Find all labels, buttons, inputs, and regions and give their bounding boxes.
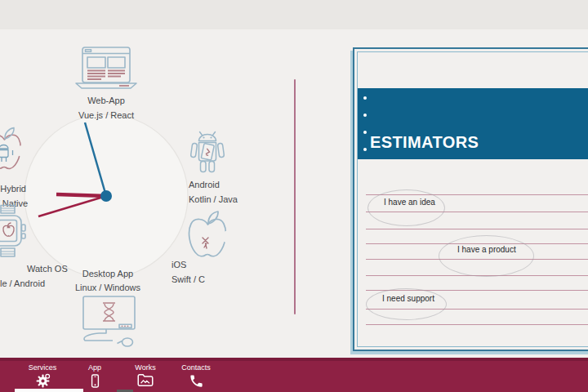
clock-center-dot bbox=[100, 190, 112, 202]
platform-desktop-title: Desktop App bbox=[67, 269, 149, 279]
platform-web-title: Web-App bbox=[65, 96, 147, 106]
platform-hybrid-title: Hybrid bbox=[0, 184, 26, 194]
estimators-panel-inner: ESTIMATORS I have an idea I have a produ… bbox=[357, 51, 588, 347]
smartphone-icon bbox=[88, 373, 102, 392]
option-product-label: I have a product bbox=[457, 245, 516, 254]
clock-hour-hand bbox=[56, 194, 106, 196]
estimators-header-band: ESTIMATORS bbox=[358, 88, 588, 159]
clock-face bbox=[23, 113, 189, 279]
platform-watch[interactable] bbox=[0, 204, 29, 270]
platform-desktop-subtitle: Linux / Windows bbox=[67, 283, 149, 293]
option-idea[interactable] bbox=[368, 189, 445, 226]
nav-contacts-label: Contacts bbox=[173, 363, 219, 372]
option-product[interactable] bbox=[439, 235, 534, 277]
android-robot-icon bbox=[185, 131, 230, 180]
folder-icon bbox=[137, 373, 154, 390]
nav-item-app[interactable]: App bbox=[72, 363, 118, 392]
nav-app-label: App bbox=[72, 363, 118, 372]
platform-ios-title: iOS bbox=[172, 260, 186, 270]
nav-works-label: Works bbox=[122, 363, 168, 372]
bullet-icon bbox=[363, 114, 367, 117]
active-tab-indicator bbox=[15, 389, 83, 392]
option-idea-label: I have an idea bbox=[384, 198, 435, 207]
ruled-line bbox=[366, 229, 588, 229]
top-band bbox=[0, 0, 588, 29]
smartwatch-icon bbox=[0, 204, 29, 266]
phone-icon bbox=[189, 373, 204, 392]
platform-ios[interactable] bbox=[181, 207, 234, 266]
platform-watch-title: Watch OS bbox=[27, 264, 68, 274]
platform-desktop[interactable] bbox=[77, 296, 140, 353]
slide: Web-App Vue.js / React Android Kotlin / … bbox=[0, 0, 588, 392]
desktop-monitor-icon bbox=[77, 296, 140, 350]
bottom-nav-bar: Services App bbox=[0, 358, 588, 392]
apple-hybrid-icon bbox=[0, 124, 28, 176]
platform-watch-subtitle: le / Android bbox=[0, 278, 45, 289]
nav-item-contacts[interactable]: Contacts bbox=[173, 363, 219, 392]
platform-ios-subtitle: Swift / C bbox=[172, 274, 205, 285]
section-divider bbox=[294, 79, 296, 314]
platform-web-subtitle: Vue.js / React bbox=[65, 110, 147, 121]
platform-android[interactable] bbox=[185, 131, 230, 183]
platform-android-title: Android bbox=[189, 180, 220, 190]
platform-web[interactable] bbox=[74, 47, 139, 94]
estimators-title: ESTIMATORS bbox=[370, 133, 479, 152]
nav-services-label: Services bbox=[20, 363, 65, 372]
bullet-icon bbox=[363, 148, 367, 151]
platform-android-subtitle: Kotlin / Java bbox=[189, 194, 238, 205]
option-support-label: I need support bbox=[382, 294, 434, 303]
ruled-line bbox=[366, 324, 588, 325]
bullet-icon bbox=[363, 131, 367, 134]
estimators-panel: ESTIMATORS I have an idea I have a produ… bbox=[353, 47, 588, 351]
nav-item-works[interactable]: Works bbox=[122, 363, 168, 390]
laptop-icon bbox=[74, 47, 139, 91]
platform-hybrid[interactable] bbox=[0, 124, 28, 180]
bullet-icon bbox=[363, 96, 367, 100]
option-support[interactable] bbox=[366, 288, 447, 320]
nav-item-services[interactable]: Services bbox=[20, 363, 65, 392]
apple-icon bbox=[181, 207, 234, 263]
